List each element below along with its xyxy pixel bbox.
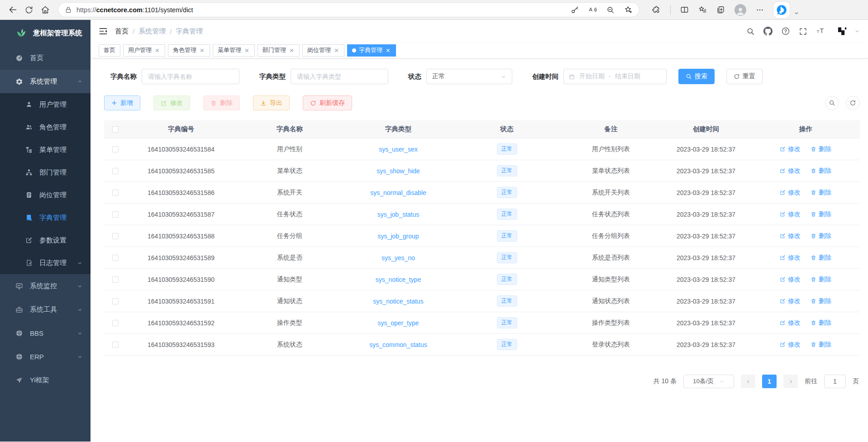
browser-refresh-button[interactable] bbox=[21, 2, 37, 18]
row-checkbox[interactable] bbox=[112, 276, 119, 283]
next-page-button[interactable] bbox=[783, 375, 798, 388]
dict-type-link[interactable]: sys_job_status bbox=[377, 211, 420, 218]
close-icon[interactable] bbox=[289, 48, 295, 53]
close-icon[interactable] bbox=[385, 48, 391, 53]
select-all-checkbox[interactable] bbox=[112, 126, 119, 133]
favorites-button[interactable] bbox=[698, 5, 707, 14]
row-delete-link[interactable]: 删除 bbox=[811, 232, 831, 240]
row-delete-link[interactable]: 删除 bbox=[811, 341, 831, 349]
read-aloud-button[interactable]: A bbox=[588, 5, 597, 14]
row-delete-link[interactable]: 删除 bbox=[811, 319, 831, 327]
tab-user-mgmt[interactable]: 用户管理 bbox=[123, 44, 165, 57]
address-bar[interactable]: https://ccnetcore.com:1101/system/dict A bbox=[58, 2, 639, 17]
sidebar-item-dict-mgmt[interactable]: 字典管理 bbox=[0, 206, 91, 229]
add-button[interactable]: 新增 bbox=[104, 95, 140, 110]
dict-name-input[interactable] bbox=[142, 69, 239, 84]
row-checkbox[interactable] bbox=[112, 146, 119, 152]
row-checkbox[interactable] bbox=[112, 320, 119, 326]
sidebar-item-yi-framework[interactable]: Yi框架 bbox=[0, 368, 91, 392]
settings-more-button[interactable] bbox=[756, 6, 764, 14]
delete-button[interactable]: 删除 bbox=[203, 95, 240, 110]
extensions-button[interactable] bbox=[652, 5, 661, 14]
profile-button[interactable] bbox=[734, 4, 746, 16]
sidebar-item-home[interactable]: 首页 bbox=[0, 46, 91, 70]
search-button[interactable]: 搜索 bbox=[678, 69, 715, 84]
user-avatar[interactable] bbox=[835, 24, 849, 39]
github-button[interactable] bbox=[763, 27, 773, 36]
sidebar-item-param-settings[interactable]: 参数设置 bbox=[0, 229, 91, 252]
row-delete-link[interactable]: 删除 bbox=[811, 167, 831, 175]
tab-home[interactable]: 首页 bbox=[99, 44, 120, 57]
row-edit-link[interactable]: 修改 bbox=[780, 210, 801, 219]
row-delete-link[interactable]: 删除 bbox=[811, 145, 831, 153]
refresh-table-button[interactable] bbox=[846, 96, 860, 110]
sidebar-item-bbs[interactable]: BBS bbox=[0, 321, 91, 345]
tab-menu-mgmt[interactable]: 菜单管理 bbox=[213, 44, 255, 57]
row-edit-link[interactable]: 修改 bbox=[780, 341, 801, 349]
row-edit-link[interactable]: 修改 bbox=[780, 254, 801, 262]
sidebar-item-menu-mgmt[interactable]: 菜单管理 bbox=[0, 138, 91, 161]
dict-type-link[interactable]: sys_notice_status bbox=[373, 298, 423, 305]
help-button[interactable] bbox=[781, 27, 790, 36]
row-delete-link[interactable]: 删除 bbox=[811, 254, 831, 262]
row-checkbox[interactable] bbox=[112, 233, 119, 239]
tab-role-mgmt[interactable]: 角色管理 bbox=[168, 44, 210, 57]
row-edit-link[interactable]: 修改 bbox=[780, 276, 801, 284]
close-icon[interactable] bbox=[334, 48, 339, 53]
row-checkbox[interactable] bbox=[112, 168, 119, 174]
row-edit-link[interactable]: 修改 bbox=[780, 319, 801, 327]
dict-type-link[interactable]: sys_normal_disable bbox=[370, 189, 426, 196]
row-edit-link[interactable]: 修改 bbox=[780, 232, 801, 240]
row-delete-link[interactable]: 删除 bbox=[811, 210, 831, 219]
row-delete-link[interactable]: 删除 bbox=[811, 189, 831, 197]
dict-type-link[interactable]: sys_yes_no bbox=[382, 254, 415, 261]
tab-dept-mgmt[interactable]: 部门管理 bbox=[258, 44, 300, 57]
row-edit-link[interactable]: 修改 bbox=[780, 189, 801, 197]
browser-home-button[interactable] bbox=[37, 2, 53, 18]
collections-button[interactable] bbox=[716, 5, 725, 14]
password-key-button[interactable] bbox=[571, 6, 579, 14]
breadcrumb-home[interactable]: 首页 bbox=[115, 27, 129, 36]
zoom-out-button[interactable] bbox=[606, 6, 615, 14]
dict-type-link[interactable]: sys_job_group bbox=[377, 233, 419, 240]
date-range-picker[interactable]: 开始日期 - 结束日期 bbox=[563, 69, 667, 84]
app-logo[interactable]: 意框架管理系统 bbox=[0, 20, 91, 46]
dict-type-link[interactable]: sys_oper_type bbox=[377, 319, 419, 327]
goto-page-input[interactable] bbox=[824, 375, 846, 388]
page-number-1[interactable]: 1 bbox=[762, 375, 777, 388]
sidebar-fold-button[interactable] bbox=[99, 27, 108, 36]
close-icon[interactable] bbox=[199, 48, 205, 53]
split-screen-button[interactable] bbox=[680, 5, 689, 14]
status-select[interactable]: 正常 bbox=[426, 69, 512, 84]
row-checkbox[interactable] bbox=[112, 298, 119, 304]
row-delete-link[interactable]: 删除 bbox=[811, 297, 831, 305]
row-checkbox[interactable] bbox=[112, 255, 119, 261]
sidebar-item-dept-mgmt[interactable]: 部门管理 bbox=[0, 161, 91, 184]
dict-type-input[interactable] bbox=[291, 69, 388, 84]
reset-button[interactable]: 重置 bbox=[726, 69, 763, 84]
copilot-caret[interactable] bbox=[794, 10, 799, 16]
dict-type-link[interactable]: sys_show_hide bbox=[377, 167, 420, 175]
refresh-cache-button[interactable]: 刷新缓存 bbox=[303, 95, 352, 110]
row-delete-link[interactable]: 删除 bbox=[811, 276, 831, 284]
row-edit-link[interactable]: 修改 bbox=[780, 297, 801, 305]
row-checkbox[interactable] bbox=[112, 342, 119, 348]
row-edit-link[interactable]: 修改 bbox=[780, 167, 801, 175]
close-icon[interactable] bbox=[154, 48, 160, 53]
sidebar-item-erp[interactable]: ERP bbox=[0, 345, 91, 368]
add-favorite-button[interactable] bbox=[624, 5, 633, 14]
url-text[interactable]: https://ccnetcore.com:1101/system/dict bbox=[76, 6, 571, 14]
sidebar-item-user-mgmt[interactable]: 用户管理 bbox=[0, 93, 91, 116]
sidebar-item-role-mgmt[interactable]: 角色管理 bbox=[0, 116, 91, 138]
dict-type-link[interactable]: sys_notice_type bbox=[376, 276, 421, 283]
page-size-select[interactable]: 10条/页 bbox=[683, 375, 734, 388]
font-size-button[interactable]: TT bbox=[816, 27, 826, 36]
browser-back-button[interactable] bbox=[5, 2, 21, 18]
user-menu-caret[interactable] bbox=[854, 29, 860, 34]
dict-type-link[interactable]: sys_common_status bbox=[369, 341, 427, 348]
breadcrumb-system[interactable]: 系统管理 bbox=[138, 27, 166, 36]
export-button[interactable]: 导出 bbox=[253, 95, 290, 110]
close-icon[interactable] bbox=[244, 48, 250, 53]
copilot-button[interactable] bbox=[773, 2, 790, 18]
row-edit-link[interactable]: 修改 bbox=[780, 145, 801, 153]
